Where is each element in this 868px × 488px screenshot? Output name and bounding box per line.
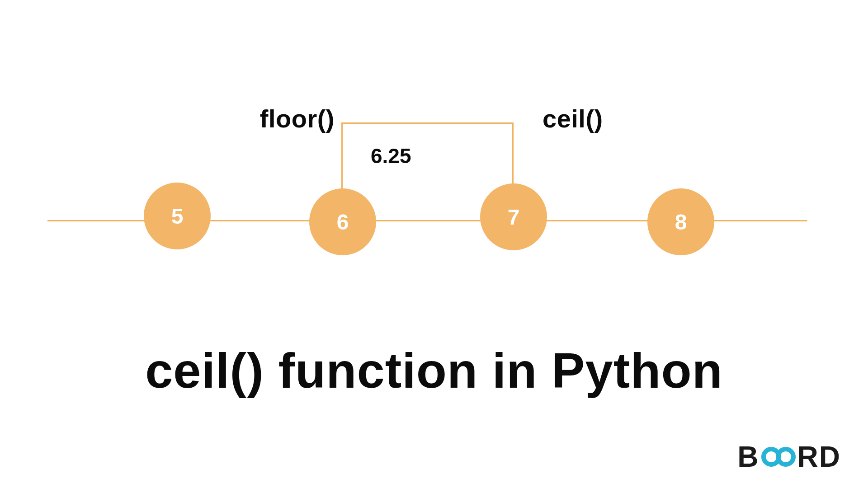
infinity-icon xyxy=(761,447,796,467)
floor-label: floor() xyxy=(217,104,335,133)
diagram-stage: floor() ceil() 6.25 5 6 7 8 ceil() funct… xyxy=(0,0,868,488)
infinity-ring-right xyxy=(776,447,796,467)
node-5: 5 xyxy=(144,183,211,249)
node-7: 7 xyxy=(480,183,547,250)
value-label: 6.25 xyxy=(371,144,411,168)
brand-logo: B RD xyxy=(737,440,841,474)
page-title: ceil() function in Python xyxy=(0,342,868,399)
node-8: 8 xyxy=(647,188,714,255)
brand-letter-b: B xyxy=(737,440,759,474)
ceil-label: ceil() xyxy=(542,104,642,133)
bracket-top xyxy=(341,122,512,124)
brand-letters-rd: RD xyxy=(797,440,841,474)
node-6: 6 xyxy=(309,188,376,255)
node-5-text: 5 xyxy=(171,204,184,229)
node-6-text: 6 xyxy=(337,210,349,235)
node-7-text: 7 xyxy=(508,205,520,230)
node-8-text: 8 xyxy=(675,210,687,235)
